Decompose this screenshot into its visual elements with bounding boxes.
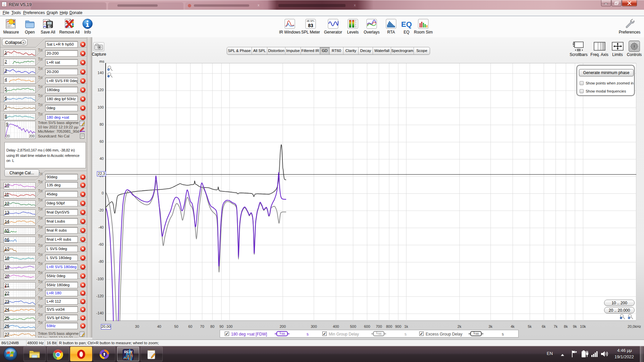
toolbar-preferences-button[interactable]: Preferences (618, 18, 642, 35)
plot-area[interactable]: Generate minimum phase Show points when … (106, 63, 636, 321)
tab-waterfall[interactable]: Waterfall (373, 47, 391, 54)
taskbar-explorer-button[interactable] (23, 347, 46, 361)
legend-fdw-fraction[interactable]: 1⁄48 (470, 331, 482, 336)
measurement-delete-button[interactable]: ✕ (80, 299, 86, 304)
measurement-thumbnail[interactable]: 920200 (5, 121, 36, 139)
legend-fdw-fraction[interactable]: 1⁄48 (373, 331, 384, 336)
measurement-name-field[interactable]: final R subs (45, 227, 78, 234)
measurement-name-field[interactable]: final DynSVS (45, 209, 78, 216)
capture-button[interactable] (93, 42, 104, 51)
close-button[interactable] (622, 0, 637, 6)
measurement-delete-button[interactable]: ✕ (80, 219, 86, 224)
toolbar-room-sim-button[interactable]: Room Sim (411, 18, 435, 35)
measurement-thumbnail[interactable]: 7 (4, 104, 36, 111)
measurement-number[interactable]: 15 (5, 228, 9, 233)
tab-all-spl[interactable]: All SPL (252, 47, 267, 54)
tray-expand-icon[interactable] (560, 353, 565, 357)
show-points-checkbox[interactable] (580, 81, 584, 85)
measurement-name-field[interactable]: L+R SVS 180deg (45, 264, 78, 270)
measurement-number[interactable]: 25 (5, 316, 9, 320)
measurement-thumbnail[interactable]: 23 (4, 299, 36, 306)
notes-icon[interactable] (79, 331, 86, 337)
tab-impulse[interactable]: Impulse (285, 47, 301, 54)
measurement-delete-button[interactable]: ✕ (80, 237, 86, 242)
show-desktop-button[interactable] (640, 346, 644, 362)
language-indicator[interactable]: EN (547, 351, 553, 356)
measurement-number[interactable]: 11 (5, 192, 9, 197)
measurement-delete-button[interactable]: ✕ (80, 315, 86, 320)
volume-icon[interactable] (600, 350, 609, 359)
measurement-name-field[interactable]: 0deg (45, 105, 78, 111)
measurement-delete-button[interactable]: ✕ (80, 323, 86, 328)
measurement-name-field[interactable]: 55Hz 0deg (45, 273, 78, 279)
tab-spectrogram[interactable]: Spectrogram (391, 47, 414, 54)
measurement-name-field[interactable]: 59Hz (45, 323, 78, 329)
measurement-thumbnail[interactable]: 6 (4, 95, 36, 102)
measurement-name-field[interactable]: L+R sat (45, 59, 78, 66)
measurement-delete-button[interactable]: ✕ (80, 228, 86, 233)
measurement-delete-button[interactable]: ✕ (80, 200, 86, 206)
menu-tools[interactable]: Tools (11, 10, 21, 15)
battery-icon[interactable] (581, 350, 588, 359)
measurement-name-field[interactable]: L+R SVS FR 0deg (45, 78, 78, 84)
menu-preferences[interactable]: Preferences (23, 10, 45, 15)
measurement-delete-button[interactable]: ✕ (80, 42, 86, 47)
measurement-thumbnail[interactable]: 1 (4, 50, 36, 57)
zoom-in-y-icon[interactable] (107, 65, 113, 71)
zoom-out-y-icon[interactable] (107, 72, 113, 78)
measurement-number[interactable]: 13 (5, 210, 9, 215)
tab-distortion[interactable]: Distortion (267, 47, 285, 54)
measurement-thumbnail[interactable]: 15 (4, 228, 36, 235)
measurement-delete-button[interactable]: ✕ (80, 282, 86, 288)
taskbar-opera-button[interactable] (70, 347, 92, 361)
legend-fdw-fraction[interactable]: 1⁄48 (276, 331, 288, 336)
measurement-name-field[interactable]: 180 deg lpf 50Hz (45, 96, 78, 102)
measurement-name-field[interactable]: Sat L+R fr hp50 (45, 41, 78, 48)
measurement-number[interactable]: 24 (5, 307, 9, 312)
taskbar-chrome-button[interactable] (47, 347, 69, 361)
clock-date[interactable]: 19/1/2022 (614, 354, 634, 359)
legend-checkbox[interactable]: ✓ (322, 331, 327, 336)
measurement-name-field[interactable]: 0deg 50lpf (45, 200, 78, 206)
measurement-thumbnail[interactable]: 19 (4, 264, 36, 271)
measurement-number[interactable]: 9 (6, 122, 8, 127)
measurement-name-field[interactable]: final L+R subs (45, 236, 78, 243)
measurement-thumbnail[interactable]: 11 (4, 191, 36, 198)
taskbar-avast-browser-button[interactable] (93, 347, 115, 361)
measurement-number[interactable]: 3 (5, 68, 7, 73)
measurement-thumbnail[interactable]: 5 (4, 86, 36, 93)
range-20-20000-button[interactable]: 20 .. 20.000 (604, 307, 635, 313)
measurement-name-field[interactable]: 55Hz 180deg (45, 282, 78, 288)
view-freq-axis-button[interactable]: Freq. Axis (590, 41, 609, 57)
taskbar-rew-button[interactable]: REWV5.1 (117, 347, 139, 361)
action-center-icon[interactable] (571, 350, 578, 359)
measurement-number[interactable]: 12 (5, 201, 9, 206)
measurement-number[interactable]: 1 (5, 50, 7, 55)
measurement-thumbnail[interactable]: 8 (4, 113, 36, 120)
measurement-thumbnail[interactable]: 20 (4, 273, 36, 280)
measurement-number[interactable]: 10 (5, 183, 9, 188)
measurement-name-field[interactable]: 45deg (45, 191, 78, 197)
start-button[interactable] (3, 347, 18, 361)
panel-divider[interactable] (87, 37, 92, 338)
measurement-number[interactable]: 4 (5, 77, 7, 82)
view-controls-button[interactable]: Controls (625, 41, 644, 57)
clock-time[interactable]: 4:46 μμ (617, 348, 632, 353)
measurement-number[interactable]: 22 (5, 291, 9, 296)
measurement-thumbnail[interactable]: 25 (4, 315, 36, 322)
measurement-number[interactable]: 27 (5, 332, 9, 337)
measurement-thumbnail[interactable]: 2 (4, 59, 36, 66)
measurement-thumbnail[interactable]: 12 (4, 200, 36, 207)
measurement-number[interactable]: 18 (5, 256, 9, 260)
measurement-delete-button[interactable]: ✕ (80, 69, 86, 74)
measurement-delete-button[interactable]: ✕ (80, 255, 86, 260)
collapse-button[interactable]: Collapse« (2, 39, 28, 46)
zoom-out-x-icon[interactable] (620, 314, 626, 320)
tab-rt60[interactable]: RT60 (330, 47, 343, 54)
range-10-200-button[interactable]: 10 .. 200 (604, 300, 635, 306)
measurement-number[interactable]: 20 (5, 274, 9, 279)
toolbar-save-all-button[interactable]: Save All (36, 18, 60, 35)
measurement-number[interactable]: 16 (5, 237, 9, 242)
minimize-button[interactable] (601, 0, 611, 6)
measurement-name-field[interactable]: L SVS 180deg (45, 255, 78, 261)
